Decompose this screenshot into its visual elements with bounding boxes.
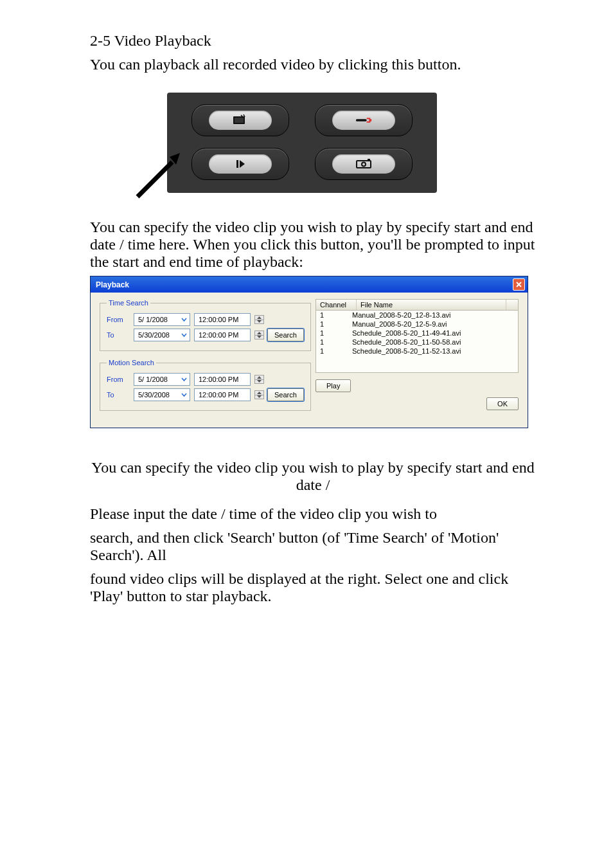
time-search-legend: Time Search — [107, 299, 150, 307]
motion-from-spinner[interactable] — [254, 375, 263, 384]
motion-from-time[interactable]: 12:00:00 PM — [194, 373, 251, 386]
results-header: Channel File Name — [315, 299, 519, 310]
list-item[interactable]: 1Schedule_2008-5-20_11-50-58.avi — [316, 338, 518, 347]
ok-button[interactable]: OK — [486, 397, 519, 410]
row-file: Schedule_2008-5-20_11-49-41.avi — [352, 329, 514, 338]
section-title: 2-5 Video Playback — [90, 32, 536, 50]
col-filename[interactable]: File Name — [357, 300, 506, 310]
motion-to-date[interactable]: 5/30/2008 — [134, 388, 190, 401]
motion-to-time-value: 12:00:00 PM — [199, 391, 238, 399]
spin-down-icon — [254, 395, 264, 400]
time-to-time[interactable]: 12:00:00 PM — [194, 329, 251, 341]
results-list[interactable]: 1Manual_2008-5-20_12-8-13.avi 1Manual_20… — [315, 310, 519, 373]
row-channel: 1 — [320, 320, 352, 329]
svg-rect-4 — [236, 160, 238, 168]
camera-icon — [355, 158, 373, 170]
dialog-titlebar: Playback — [91, 276, 528, 293]
row-channel: 1 — [320, 329, 352, 338]
tv-icon — [231, 114, 249, 126]
play-icon — [231, 158, 249, 170]
spin-down-icon — [254, 336, 264, 340]
list-item[interactable]: 1Manual_2008-5-20_12-8-13.avi — [316, 311, 518, 320]
spin-down-icon — [254, 380, 264, 384]
motion-from-date[interactable]: 5/ 1/2008 — [134, 373, 190, 386]
chevron-down-icon — [179, 330, 188, 339]
row-file: Schedule_2008-5-20_11-50-58.avi — [352, 338, 514, 347]
svg-rect-3 — [369, 119, 371, 122]
motion-from-date-value: 5/ 1/2008 — [138, 375, 168, 383]
label-from: From — [107, 316, 130, 323]
motion-to-spinner[interactable] — [254, 390, 263, 399]
list-item[interactable]: 1Manual_2008-5-20_12-5-9.avi — [316, 320, 518, 329]
time-from-time[interactable]: 12:00:00 PM — [194, 313, 251, 326]
spin-up-icon — [254, 375, 264, 380]
control-panel — [167, 93, 437, 193]
svg-rect-7 — [368, 159, 370, 161]
list-item[interactable]: 1Schedule_2008-5-20_11-49-41.avi — [316, 329, 518, 338]
svg-line-8 — [138, 162, 172, 197]
close-button[interactable] — [513, 278, 525, 291]
svg-point-6 — [362, 163, 366, 167]
time-to-spinner[interactable] — [254, 330, 263, 339]
close-icon — [515, 281, 522, 288]
caption-text: You can specify the video clip you wish … — [90, 459, 536, 494]
motion-search-group: Motion Search From 5/ 1/2008 12:00:00 PM — [100, 359, 311, 411]
row-channel: 1 — [320, 338, 352, 347]
spin-up-icon — [254, 315, 264, 320]
time-from-date[interactable]: 5/ 1/2008 — [134, 313, 190, 326]
row-channel: 1 — [320, 347, 352, 356]
time-to-date-value: 5/30/2008 — [138, 331, 170, 339]
arrow-annotation — [132, 144, 190, 202]
svg-rect-2 — [356, 119, 367, 122]
spin-up-icon — [254, 390, 264, 395]
list-item[interactable]: 1Schedule_2008-5-20_11-52-13.avi — [316, 347, 518, 356]
intro-text: You can playback all recorded video by c… — [90, 56, 536, 73]
time-search-group: Time Search From 5/ 1/2008 12:00:00 PM — [100, 299, 311, 351]
time-to-date[interactable]: 5/30/2008 — [134, 329, 190, 341]
search-para-prefix: Please input the date / time of the vide… — [90, 505, 536, 523]
spin-up-icon — [254, 330, 264, 336]
time-from-time-value: 12:00:00 PM — [199, 316, 238, 323]
plug-button[interactable] — [315, 104, 413, 136]
dialog-title: Playback — [96, 280, 129, 289]
motion-search-button[interactable]: Search — [267, 388, 304, 401]
middle-paragraph: You can specify the video clip you wish … — [90, 219, 536, 271]
playback-dialog: Playback Time Search From 5/ 1/2008 — [90, 276, 528, 428]
time-search-button[interactable]: Search — [267, 329, 304, 341]
spin-down-icon — [254, 320, 264, 325]
chevron-down-icon — [179, 315, 188, 324]
row-file: Manual_2008-5-20_12-5-9.avi — [352, 320, 514, 329]
col-spacer — [506, 300, 518, 310]
label-to: To — [107, 331, 130, 339]
label-from: From — [107, 375, 130, 383]
search-para-suffix: search, and then click 'Search' button (… — [90, 529, 536, 564]
svg-rect-1 — [235, 118, 244, 123]
motion-from-time-value: 12:00:00 PM — [199, 375, 238, 383]
play-button-panel[interactable] — [191, 148, 289, 180]
label-to: To — [107, 391, 130, 399]
motion-to-date-value: 5/30/2008 — [138, 391, 170, 399]
search-para-2: found video clips will be displayed at t… — [90, 570, 536, 605]
row-file: Schedule_2008-5-20_11-52-13.avi — [352, 347, 514, 356]
chevron-down-icon — [179, 390, 188, 399]
motion-to-time[interactable]: 12:00:00 PM — [194, 388, 251, 401]
motion-search-legend: Motion Search — [107, 359, 156, 366]
chevron-down-icon — [179, 375, 188, 384]
time-from-date-value: 5/ 1/2008 — [138, 316, 168, 323]
time-to-time-value: 12:00:00 PM — [199, 331, 238, 339]
tv-button[interactable] — [191, 104, 289, 136]
plug-icon — [355, 114, 373, 126]
play-button[interactable]: Play — [315, 379, 351, 392]
col-channel[interactable]: Channel — [316, 300, 357, 310]
row-channel: 1 — [320, 311, 352, 320]
camera-button[interactable] — [315, 148, 413, 180]
row-file: Manual_2008-5-20_12-8-13.avi — [352, 311, 514, 320]
time-from-spinner[interactable] — [254, 315, 263, 324]
